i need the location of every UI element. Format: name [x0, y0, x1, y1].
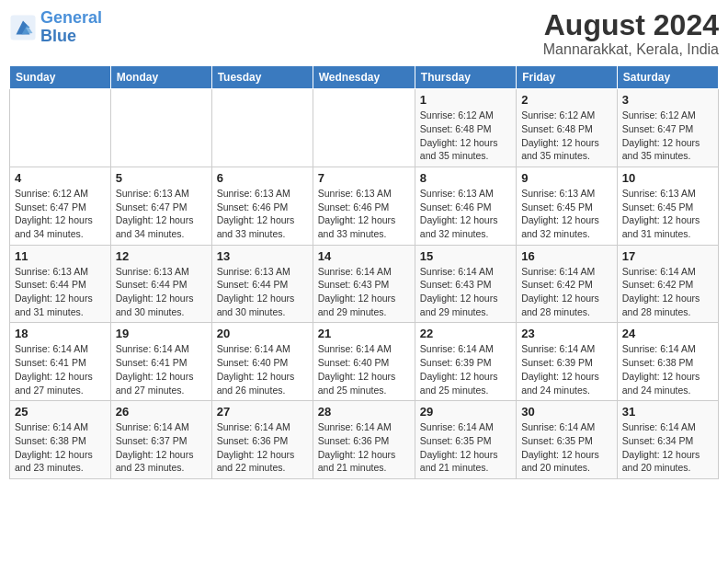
calendar-cell: 14Sunrise: 6:14 AM Sunset: 6:43 PM Dayli… — [313, 245, 415, 323]
logo-icon — [9, 14, 37, 41]
calendar-cell: 27Sunrise: 6:14 AM Sunset: 6:36 PM Dayli… — [211, 401, 313, 479]
day-detail: Sunrise: 6:14 AM Sunset: 6:39 PM Dayligh… — [420, 342, 511, 396]
day-number: 6 — [217, 171, 308, 185]
day-detail: Sunrise: 6:14 AM Sunset: 6:40 PM Dayligh… — [318, 342, 410, 396]
calendar-cell: 1Sunrise: 6:12 AM Sunset: 6:48 PM Daylig… — [415, 89, 516, 167]
day-number: 11 — [15, 249, 106, 263]
day-number: 29 — [420, 405, 511, 419]
calendar-cell: 15Sunrise: 6:14 AM Sunset: 6:43 PM Dayli… — [415, 245, 516, 323]
day-detail: Sunrise: 6:14 AM Sunset: 6:35 PM Dayligh… — [521, 420, 612, 475]
day-detail: Sunrise: 6:14 AM Sunset: 6:36 PM Dayligh… — [318, 420, 410, 475]
day-number: 4 — [15, 171, 106, 185]
day-detail: Sunrise: 6:14 AM Sunset: 6:37 PM Dayligh… — [116, 420, 207, 475]
day-detail: Sunrise: 6:12 AM Sunset: 6:47 PM Dayligh… — [622, 109, 713, 163]
day-number: 26 — [116, 405, 207, 419]
day-detail: Sunrise: 6:13 AM Sunset: 6:44 PM Dayligh… — [217, 265, 308, 319]
calendar-cell: 25Sunrise: 6:14 AM Sunset: 6:38 PM Dayli… — [10, 401, 111, 479]
day-detail: Sunrise: 6:14 AM Sunset: 6:42 PM Dayligh… — [521, 265, 612, 319]
day-detail: Sunrise: 6:12 AM Sunset: 6:48 PM Dayligh… — [521, 109, 612, 163]
calendar-cell: 11Sunrise: 6:13 AM Sunset: 6:44 PM Dayli… — [10, 245, 111, 323]
day-detail: Sunrise: 6:14 AM Sunset: 6:39 PM Dayligh… — [521, 342, 612, 396]
calendar-cell: 26Sunrise: 6:14 AM Sunset: 6:37 PM Dayli… — [110, 401, 211, 479]
day-number: 20 — [217, 327, 308, 340]
day-number: 17 — [622, 249, 713, 263]
day-detail: Sunrise: 6:13 AM Sunset: 6:44 PM Dayligh… — [15, 265, 106, 319]
calendar-table: SundayMondayTuesdayWednesdayThursdayFrid… — [9, 65, 719, 479]
weekday-header: Sunday — [10, 66, 111, 89]
calendar-cell: 31Sunrise: 6:14 AM Sunset: 6:34 PM Dayli… — [617, 401, 718, 479]
weekday-header: Wednesday — [313, 66, 415, 89]
calendar-cell: 16Sunrise: 6:14 AM Sunset: 6:42 PM Dayli… — [517, 245, 618, 323]
calendar-cell: 20Sunrise: 6:14 AM Sunset: 6:40 PM Dayli… — [211, 323, 313, 401]
calendar-cell: 22Sunrise: 6:14 AM Sunset: 6:39 PM Dayli… — [415, 323, 516, 401]
day-number: 14 — [318, 249, 410, 263]
weekday-header-row: SundayMondayTuesdayWednesdayThursdayFrid… — [10, 66, 719, 89]
day-number: 3 — [622, 93, 713, 107]
calendar-cell: 5Sunrise: 6:13 AM Sunset: 6:47 PM Daylig… — [110, 167, 211, 245]
day-number: 27 — [217, 405, 308, 419]
calendar-cell: 8Sunrise: 6:13 AM Sunset: 6:46 PM Daylig… — [415, 167, 516, 245]
calendar-cell: 29Sunrise: 6:14 AM Sunset: 6:35 PM Dayli… — [415, 401, 516, 479]
day-number: 30 — [521, 405, 612, 419]
calendar-cell: 7Sunrise: 6:13 AM Sunset: 6:46 PM Daylig… — [313, 167, 415, 245]
calendar-cell: 13Sunrise: 6:13 AM Sunset: 6:44 PM Dayli… — [211, 245, 313, 323]
calendar-week-row: 11Sunrise: 6:13 AM Sunset: 6:44 PM Dayli… — [10, 245, 719, 323]
weekday-header: Monday — [110, 66, 211, 89]
calendar-cell: 21Sunrise: 6:14 AM Sunset: 6:40 PM Dayli… — [313, 323, 415, 401]
day-detail: Sunrise: 6:14 AM Sunset: 6:40 PM Dayligh… — [217, 342, 308, 396]
weekday-header: Thursday — [415, 66, 516, 89]
day-number: 31 — [622, 405, 713, 419]
calendar-cell: 9Sunrise: 6:13 AM Sunset: 6:45 PM Daylig… — [517, 167, 618, 245]
day-detail: Sunrise: 6:13 AM Sunset: 6:46 PM Dayligh… — [420, 187, 511, 241]
day-number: 22 — [420, 327, 511, 340]
day-detail: Sunrise: 6:12 AM Sunset: 6:47 PM Dayligh… — [15, 187, 106, 241]
calendar-week-row: 1Sunrise: 6:12 AM Sunset: 6:48 PM Daylig… — [10, 89, 719, 167]
weekday-header: Tuesday — [211, 66, 313, 89]
day-number: 25 — [15, 405, 106, 419]
day-number: 10 — [622, 171, 713, 185]
calendar-cell — [211, 89, 313, 167]
calendar-cell — [110, 89, 211, 167]
day-detail: Sunrise: 6:13 AM Sunset: 6:46 PM Dayligh… — [217, 187, 308, 241]
day-number: 13 — [217, 249, 308, 263]
day-number: 1 — [420, 93, 511, 107]
calendar-cell: 4Sunrise: 6:12 AM Sunset: 6:47 PM Daylig… — [10, 167, 111, 245]
day-number: 19 — [116, 327, 207, 340]
calendar-cell: 23Sunrise: 6:14 AM Sunset: 6:39 PM Dayli… — [517, 323, 618, 401]
day-detail: Sunrise: 6:14 AM Sunset: 6:36 PM Dayligh… — [217, 420, 308, 475]
main-title: August 2024 — [543, 9, 719, 41]
day-detail: Sunrise: 6:13 AM Sunset: 6:46 PM Dayligh… — [318, 187, 410, 241]
day-number: 9 — [521, 171, 612, 185]
calendar-cell: 10Sunrise: 6:13 AM Sunset: 6:45 PM Dayli… — [617, 167, 718, 245]
calendar-cell: 30Sunrise: 6:14 AM Sunset: 6:35 PM Dayli… — [517, 401, 618, 479]
logo: General Blue — [9, 9, 102, 46]
day-number: 24 — [622, 327, 713, 340]
calendar-cell: 24Sunrise: 6:14 AM Sunset: 6:38 PM Dayli… — [617, 323, 718, 401]
day-number: 12 — [116, 249, 207, 263]
day-detail: Sunrise: 6:14 AM Sunset: 6:43 PM Dayligh… — [420, 265, 511, 319]
day-detail: Sunrise: 6:13 AM Sunset: 6:47 PM Dayligh… — [116, 187, 207, 241]
calendar-cell: 3Sunrise: 6:12 AM Sunset: 6:47 PM Daylig… — [617, 89, 718, 167]
subtitle: Mannarakkat, Kerala, India — [543, 41, 719, 58]
header: General Blue August 2024 Mannarakkat, Ke… — [9, 9, 719, 58]
calendar-week-row: 25Sunrise: 6:14 AM Sunset: 6:38 PM Dayli… — [10, 401, 719, 479]
calendar-week-row: 4Sunrise: 6:12 AM Sunset: 6:47 PM Daylig… — [10, 167, 719, 245]
day-detail: Sunrise: 6:14 AM Sunset: 6:38 PM Dayligh… — [15, 420, 106, 475]
weekday-header: Friday — [517, 66, 618, 89]
day-detail: Sunrise: 6:12 AM Sunset: 6:48 PM Dayligh… — [420, 109, 511, 163]
logo-text: General Blue — [40, 9, 102, 46]
day-number: 8 — [420, 171, 511, 185]
day-detail: Sunrise: 6:13 AM Sunset: 6:44 PM Dayligh… — [116, 265, 207, 319]
calendar-cell: 19Sunrise: 6:14 AM Sunset: 6:41 PM Dayli… — [110, 323, 211, 401]
day-detail: Sunrise: 6:14 AM Sunset: 6:43 PM Dayligh… — [318, 265, 410, 319]
weekday-header: Saturday — [617, 66, 718, 89]
calendar-cell: 18Sunrise: 6:14 AM Sunset: 6:41 PM Dayli… — [10, 323, 111, 401]
day-detail: Sunrise: 6:14 AM Sunset: 6:38 PM Dayligh… — [622, 342, 713, 396]
day-detail: Sunrise: 6:14 AM Sunset: 6:41 PM Dayligh… — [116, 342, 207, 396]
title-block: August 2024 Mannarakkat, Kerala, India — [543, 9, 719, 58]
day-number: 7 — [318, 171, 410, 185]
calendar-cell — [10, 89, 111, 167]
day-number: 2 — [521, 93, 612, 107]
day-detail: Sunrise: 6:14 AM Sunset: 6:41 PM Dayligh… — [15, 342, 106, 396]
day-detail: Sunrise: 6:14 AM Sunset: 6:42 PM Dayligh… — [622, 265, 713, 319]
